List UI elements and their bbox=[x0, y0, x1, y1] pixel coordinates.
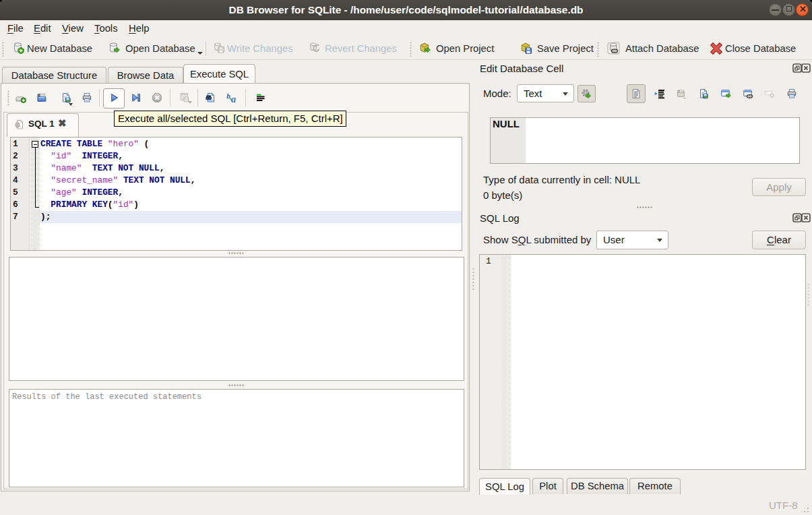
svg-text:a: a bbox=[231, 94, 236, 103]
